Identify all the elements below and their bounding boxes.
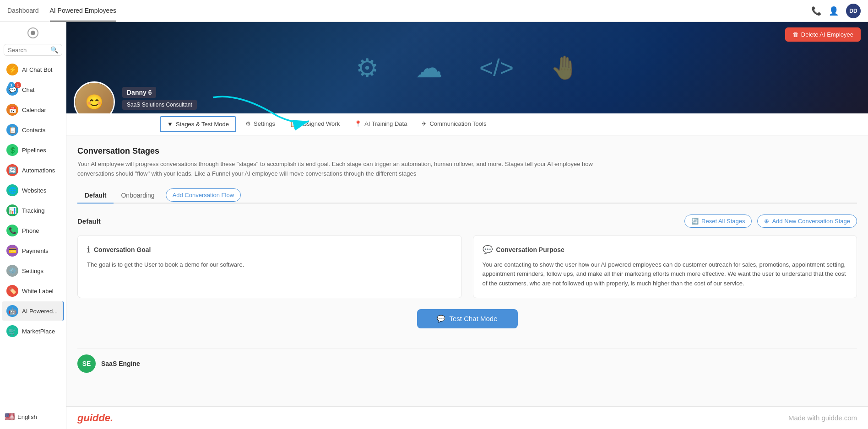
payments-icon: 💳: [6, 245, 18, 257]
language-selector[interactable]: 🇺🇸 English: [0, 408, 66, 425]
add-new-stage-button[interactable]: ⊕ Add New Conversation Stage: [757, 214, 857, 228]
assigned-work-icon: 📋: [290, 120, 297, 127]
sidebar-label-ai-powered: AI Powered...: [22, 308, 58, 315]
sub-tab-onboarding[interactable]: Onboarding: [114, 188, 162, 204]
delete-ai-employee-button[interactable]: 🗑 Delete AI Employee: [785, 27, 861, 42]
sidebar-item-tracking[interactable]: 📊 Tracking: [2, 201, 64, 220]
sidebar-bottom: 🇺🇸 English: [0, 408, 66, 425]
sidebar-item-phone[interactable]: 📞 Phone: [2, 221, 64, 240]
nav-tabs: Dashboard AI Powered Employees: [7, 0, 811, 21]
sidebar-label-marketplace: MarketPlace: [22, 328, 55, 335]
add-conversation-flow-button[interactable]: Add Conversation Flow: [166, 188, 241, 202]
sidebar-label-websites: Websites: [22, 187, 46, 194]
tab-dashboard[interactable]: Dashboard: [7, 0, 39, 21]
record-icon[interactable]: [27, 27, 38, 38]
default-header: Default 🔄 Reset All Stages ⊕ Add New Con…: [77, 214, 857, 228]
sidebar-item-ai-powered[interactable]: 🤖 AI Powered...: [2, 301, 64, 321]
sidebar-label-automations: Automations: [22, 167, 55, 174]
delete-btn-label: Delete AI Employee: [801, 31, 853, 38]
reset-icon: 🔄: [691, 218, 699, 225]
tab-assigned-label: Assigned Work: [300, 120, 340, 127]
chat-badge-blue: 1: [8, 82, 15, 88]
chat-icon-btn: 💬: [437, 315, 445, 323]
test-chat-mode-button[interactable]: 💬 Test Chat Mode: [417, 309, 518, 328]
record-button-area: [0, 22, 66, 42]
sidebar-item-ai-chat-bot[interactable]: ⚡ AI Chat Bot: [2, 60, 64, 79]
sidebar-label-phone: Phone: [22, 227, 39, 234]
purpose-card-text: You are contacting to show the user how …: [483, 260, 848, 289]
sidebar-item-chat[interactable]: 💬 Chat 1 1: [2, 80, 64, 99]
chat-badge: 1: [15, 82, 21, 88]
tab-communication-label: Communication Tools: [429, 120, 486, 127]
automations-icon: 🔄: [6, 164, 18, 176]
profile-info: 😊 Danny 6 SaaS Solutions Consultant: [66, 81, 204, 113]
search-bar[interactable]: 🔍: [4, 44, 62, 56]
sidebar-item-settings[interactable]: ⚙️ Settings: [2, 261, 64, 280]
main-content: Conversation Stages Your AI employee wil…: [66, 135, 868, 406]
sub-tab-default[interactable]: Default: [77, 188, 114, 204]
guidde-tagline: Made with guidde.com: [788, 414, 857, 422]
search-input[interactable]: [8, 47, 48, 54]
sidebar-item-white-label[interactable]: 🏷️ White Label: [2, 281, 64, 300]
sidebar-label-ai-chat-bot: AI Chat Bot: [22, 66, 52, 73]
info-icon: ℹ: [87, 245, 90, 255]
default-section-title: Default: [77, 217, 101, 225]
sidebar-label-white-label: White Label: [22, 288, 54, 295]
section-title: Conversation Stages: [77, 146, 857, 156]
tab-stages-label: Stages & Test Mode: [176, 121, 229, 128]
chat-bubble-icon: 💬: [483, 245, 493, 255]
sidebar-item-pipelines[interactable]: 💲 Pipelines: [2, 140, 64, 160]
saas-name: SaaS Engine: [101, 360, 140, 367]
tab-settings[interactable]: ⚙ Settings: [238, 114, 282, 134]
content-area: ⚙ ☁ </> 🤚 🗑 Delete AI Employee 😊 Danny 6…: [66, 22, 868, 429]
websites-icon: 🌐: [6, 184, 18, 196]
tab-settings-label: Settings: [254, 120, 275, 127]
section-description: Your AI employee will progress conversat…: [77, 160, 627, 179]
tab-communication-tools[interactable]: ✈ Communication Tools: [414, 114, 494, 134]
top-nav: Dashboard AI Powered Employees 📞 👤 DD: [0, 0, 868, 22]
profile-banner: ⚙ ☁ </> 🤚 🗑 Delete AI Employee 😊 Danny 6…: [66, 22, 868, 113]
plus-icon: ⊕: [764, 218, 769, 225]
sidebar-label-payments: Payments: [22, 247, 49, 254]
person-icon[interactable]: 👤: [829, 6, 839, 16]
add-stage-label: Add New Conversation Stage: [772, 218, 850, 225]
goal-card-header: ℹ Conversation Goal: [87, 245, 452, 255]
tabs-bar-wrapper: ▼ Stages & Test Mode ⚙ Settings 📋 Assign…: [66, 113, 868, 135]
language-label: English: [17, 413, 37, 420]
sub-tabs: Default Onboarding Add Conversation Flow: [77, 188, 857, 204]
sidebar-label-tracking: Tracking: [22, 207, 44, 214]
tab-ai-training[interactable]: 📍 AI Training Data: [347, 114, 414, 134]
tab-assigned-work[interactable]: 📋 Assigned Work: [282, 114, 347, 134]
sidebar-item-marketplace[interactable]: 🛒 MarketPlace: [2, 322, 64, 341]
conversation-purpose-card: 💬 Conversation Purpose You are contactin…: [473, 235, 857, 298]
reset-label: Reset All Stages: [701, 218, 745, 225]
sidebar-item-payments[interactable]: 💳 Payments: [2, 241, 64, 260]
flag-icon: 🇺🇸: [5, 412, 15, 422]
communication-icon: ✈: [422, 120, 427, 127]
purpose-card-header: 💬 Conversation Purpose: [483, 245, 848, 255]
reset-all-stages-button[interactable]: 🔄 Reset All Stages: [684, 214, 752, 228]
phone-icon[interactable]: 📞: [811, 6, 821, 16]
conversation-goal-card: ℹ Conversation Goal The goal is to get t…: [77, 235, 462, 298]
purpose-card-title: Conversation Purpose: [496, 246, 564, 253]
nav-actions: 📞 👤 DD: [811, 4, 861, 18]
bottom-bar: guidde. Made with guidde.com: [66, 406, 868, 429]
sidebar-item-automations[interactable]: 🔄 Automations: [2, 161, 64, 180]
ai-training-icon: 📍: [354, 120, 362, 127]
sidebar: 🔍 ⚡ AI Chat Bot 💬 Chat 1 1 📅 Calendar 📋 …: [0, 22, 66, 429]
avatar-placeholder: 😊: [75, 83, 114, 113]
sidebar-label-contacts: Contacts: [22, 127, 45, 134]
user-avatar[interactable]: DD: [846, 4, 861, 18]
tab-stages-test-mode[interactable]: ▼ Stages & Test Mode: [160, 116, 236, 132]
search-icon: 🔍: [50, 46, 58, 54]
pipelines-icon: 💲: [6, 144, 18, 156]
sidebar-item-calendar[interactable]: 📅 Calendar: [2, 100, 64, 119]
guidde-logo: guidde.: [77, 412, 113, 424]
sidebar-label-pipelines: Pipelines: [22, 147, 46, 154]
phone-sidebar-icon: 📞: [6, 225, 18, 236]
tab-ai-powered[interactable]: AI Powered Employees: [50, 0, 117, 21]
saas-engine-row: SE SaaS Engine: [77, 349, 857, 378]
sidebar-item-websites[interactable]: 🌐 Websites: [2, 181, 64, 200]
sidebar-item-contacts[interactable]: 📋 Contacts: [2, 120, 64, 139]
goal-card-title: Conversation Goal: [94, 246, 151, 253]
